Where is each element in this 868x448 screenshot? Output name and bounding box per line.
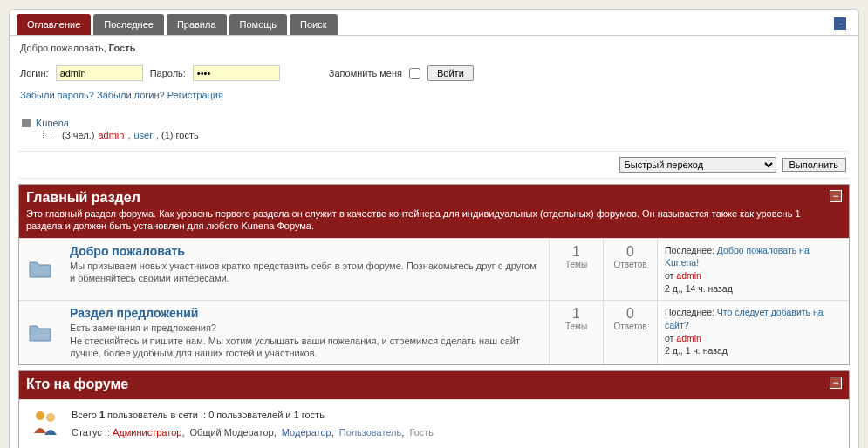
forum-desc: Мы призываем новых участников кратко пре… [70, 260, 540, 285]
who-status-legend: Статус :: Администратор, Общий Модератор… [72, 424, 840, 442]
folder-icon [19, 239, 61, 301]
login-label: Логин: [20, 68, 49, 78]
auth-links: Забыли пароль? Забыли логин? Регистрация [10, 86, 858, 109]
forum-replies: 0 Ответов [603, 301, 657, 364]
people-icon [28, 407, 63, 442]
forum-last-post: Последнее: Добро пожаловать на Kunena! о… [657, 239, 849, 301]
tab-recent[interactable]: Последнее [93, 14, 164, 35]
tab-search[interactable]: Поиск [290, 14, 337, 35]
last-post-author[interactable]: admin [676, 270, 701, 281]
quick-jump: Быстрый переход Выполнить [18, 151, 850, 179]
who-online-count: Всего 1 пользователь в сети :: 0 пользов… [72, 407, 840, 424]
forum-title-link[interactable]: Раздел предложений [70, 306, 198, 320]
password-input[interactable] [193, 65, 280, 81]
section-desc: Это главный раздел форума. Как уровень п… [26, 207, 824, 233]
tab-help[interactable]: Помощь [229, 14, 288, 35]
online-user-user[interactable]: user [134, 130, 153, 140]
quick-jump-select[interactable]: Быстрый переход [619, 157, 776, 173]
remember-label: Запомнить меня [329, 68, 402, 78]
forum-replies: 0 Ответов [603, 239, 657, 301]
welcome-text: Добро пожаловать, Гость [10, 35, 858, 60]
forgot-password-link[interactable]: Забыли пароль? [20, 90, 94, 100]
forum-last-post: Последнее: Что следует добавить на сайт?… [657, 301, 849, 364]
svg-point-0 [36, 411, 44, 420]
breadcrumb: Kunena (3 чел.) admin , user , (1) гость [18, 112, 850, 146]
tab-index[interactable]: Оглавление [17, 14, 91, 35]
forum-row: Раздел предложений Есть замечания и пред… [19, 300, 849, 364]
forum-desc: Есть замечания и предложения? Не стесняй… [70, 322, 540, 359]
section-title: Главный раздел [26, 190, 824, 206]
last-post-time: 2 д., 1 ч. назад [665, 345, 728, 356]
who-title: Кто на форуме [26, 377, 824, 392]
breadcrumb-icon [22, 119, 31, 127]
forum-title-link[interactable]: Добро пожаловать [70, 244, 185, 258]
login-form: Логин: Пароль: Запомнить меня Войти [10, 60, 858, 86]
forum-row: Добро пожаловать Мы призываем новых учас… [19, 238, 849, 301]
forum-topics: 1 Темы [549, 239, 603, 301]
tree-icon [43, 131, 55, 139]
svg-point-1 [46, 413, 55, 422]
main-section: Главный раздел Это главный раздел форума… [18, 184, 850, 365]
collapse-section-icon[interactable]: − [830, 190, 842, 202]
password-label: Пароль: [150, 68, 186, 78]
tab-rules[interactable]: Правила [167, 14, 227, 35]
forgot-login-link[interactable]: Забыли логин? [97, 90, 165, 100]
login-button[interactable]: Войти [427, 65, 474, 81]
remember-checkbox[interactable] [409, 68, 420, 79]
folder-icon [19, 301, 61, 364]
who-online-section: Кто на форуме − Всего 1 пользователь в с… [18, 370, 850, 448]
last-post-time: 2 д., 14 ч. назад [665, 283, 733, 294]
register-link[interactable]: Регистрация [167, 90, 223, 100]
collapse-header-icon[interactable]: − [834, 17, 846, 30]
login-input[interactable] [56, 65, 143, 81]
breadcrumb-root[interactable]: Kunena [36, 118, 69, 128]
forum-topics: 1 Темы [549, 301, 603, 364]
last-post-author[interactable]: admin [676, 333, 701, 343]
quick-jump-button[interactable]: Выполнить [782, 158, 846, 172]
online-user-admin[interactable]: admin [98, 130, 124, 140]
collapse-who-icon[interactable]: − [830, 377, 842, 389]
main-tabs: Оглавление Последнее Правила Помощь Поис… [10, 10, 858, 35]
